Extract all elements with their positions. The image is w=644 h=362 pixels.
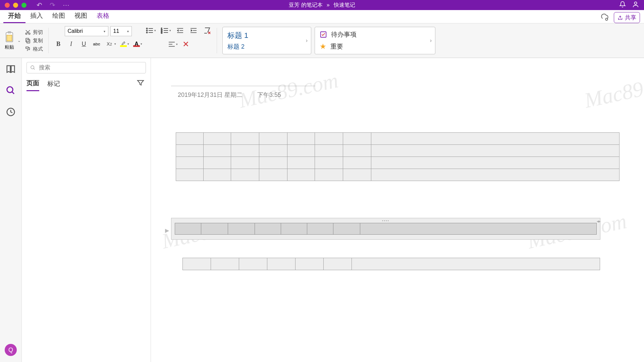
table-row xyxy=(175,223,597,235)
paste-dropdown[interactable]: ⌄ xyxy=(16,37,22,44)
svg-line-35 xyxy=(34,68,35,69)
decrease-indent-button[interactable] xyxy=(176,26,184,35)
page-title-input[interactable] xyxy=(171,75,315,86)
tab-table[interactable]: 表格 xyxy=(92,9,114,23)
clear-formatting-button[interactable] xyxy=(203,26,211,35)
table-row xyxy=(176,145,620,157)
share-button[interactable]: 共享 xyxy=(614,12,640,23)
nav-tab-pages[interactable]: 页面 xyxy=(26,79,39,91)
menu-tabs: 开始 插入 绘图 视图 表格 共享 xyxy=(0,10,644,23)
page-time: 下午3:55 xyxy=(257,91,281,99)
svg-rect-4 xyxy=(7,35,12,41)
highlight-color-button[interactable]: ▾ xyxy=(120,41,129,47)
selected-note-container[interactable]: •••• ◂▸ xyxy=(171,218,600,240)
svg-line-32 xyxy=(12,92,14,94)
more-quick-access-button[interactable]: ⋯ xyxy=(63,1,69,9)
svg-rect-3 xyxy=(8,31,11,33)
svg-point-0 xyxy=(634,2,637,4)
tab-view[interactable]: 视图 xyxy=(70,9,92,23)
close-window-button[interactable] xyxy=(5,3,10,8)
recent-icon[interactable] xyxy=(6,107,16,117)
redo-button[interactable]: ↷ xyxy=(50,1,55,9)
table-3[interactable] xyxy=(182,258,600,270)
notebooks-icon[interactable] xyxy=(6,64,16,74)
bullet-list-button[interactable]: ▾ xyxy=(146,27,156,34)
table-row xyxy=(183,258,600,270)
avatar[interactable]: Q xyxy=(5,344,17,356)
minimize-window-button[interactable] xyxy=(13,3,18,8)
paragraph-group: ▾ 123▾ ▾ ✕ xyxy=(146,26,211,55)
quick-access-toolbar: ↶ ↷ ⋯ xyxy=(37,1,69,9)
cut-button[interactable]: 剪切 xyxy=(25,29,43,36)
notebook-name[interactable]: 亚芳 的笔记本 xyxy=(289,2,322,9)
filter-icon[interactable] xyxy=(137,79,145,88)
tab-home[interactable]: 开始 xyxy=(3,9,25,23)
table-row xyxy=(176,133,620,145)
drag-handle-icon[interactable]: •••• xyxy=(382,219,389,223)
tab-draw[interactable]: 绘图 xyxy=(48,9,70,23)
svg-point-1 xyxy=(605,18,608,20)
sync-status-icon[interactable] xyxy=(600,13,609,23)
tags-expand-icon[interactable]: › xyxy=(430,38,432,44)
style-heading1[interactable]: 标题 1 xyxy=(227,31,306,41)
strikethrough-button[interactable]: abc xyxy=(92,40,101,48)
style-heading2[interactable]: 标题 2 xyxy=(227,43,306,51)
svg-point-9 xyxy=(147,28,148,29)
styles-gallery[interactable]: 标题 1 标题 2 › xyxy=(222,27,311,54)
subscript-button[interactable]: X2▾ xyxy=(105,40,116,48)
navigation-panel: 页面 标记 xyxy=(22,58,151,362)
window-controls xyxy=(0,3,26,8)
table-1[interactable] xyxy=(176,132,620,181)
font-group: Calibri▾ 11▾ B I U abc X2▾ ▾ A▾ xyxy=(54,26,142,55)
maximize-window-button[interactable] xyxy=(21,3,26,8)
section-name[interactable]: 快速笔记 xyxy=(334,2,355,9)
delete-button[interactable]: ✕ xyxy=(182,40,189,49)
numbered-list-button[interactable]: 123▾ xyxy=(161,27,171,34)
svg-point-34 xyxy=(31,66,34,69)
watermark: Mac89.com xyxy=(582,68,644,113)
svg-point-31 xyxy=(7,87,13,93)
breadcrumb-separator: » xyxy=(327,2,330,8)
svg-point-13 xyxy=(147,32,148,33)
font-family-select[interactable]: Calibri▾ xyxy=(65,26,108,36)
copy-button[interactable]: 复制 xyxy=(25,38,43,44)
resize-handle-icon[interactable]: ◂▸ xyxy=(597,219,601,224)
notifications-icon[interactable] xyxy=(619,1,626,9)
tab-insert[interactable]: 插入 xyxy=(25,9,48,23)
tag-important[interactable]: ★ 重要 xyxy=(320,42,430,51)
table-2[interactable] xyxy=(175,223,597,235)
separator xyxy=(217,28,217,53)
italic-button[interactable]: I xyxy=(67,40,75,48)
undo-button[interactable]: ↶ xyxy=(37,1,42,9)
note-container-anchor-icon[interactable]: ▶ xyxy=(165,227,169,234)
page-canvas[interactable]: Mac89.com Mac89.com Mac89.com Mac89.com … xyxy=(151,58,644,362)
tags-gallery[interactable]: 待办事项 ★ 重要 › xyxy=(315,27,435,54)
share-label: 共享 xyxy=(625,14,636,21)
search-icon[interactable] xyxy=(6,85,16,96)
paste-label: 粘贴 xyxy=(5,44,14,50)
breadcrumb[interactable]: 亚芳 的笔记本 » 快速笔记 xyxy=(289,2,355,9)
font-color-button[interactable]: A▾ xyxy=(133,41,142,47)
increase-indent-button[interactable] xyxy=(189,26,198,35)
star-icon: ★ xyxy=(320,42,326,51)
underline-button[interactable]: U xyxy=(79,40,88,48)
svg-text:3: 3 xyxy=(161,32,162,34)
svg-rect-8 xyxy=(26,38,29,42)
svg-rect-7 xyxy=(27,40,30,43)
bold-button[interactable]: B xyxy=(54,40,63,48)
search-box[interactable] xyxy=(26,62,146,73)
clipboard-group: 粘贴 ⌄ 剪切 复制 格式 xyxy=(4,26,43,55)
align-button[interactable]: ▾ xyxy=(168,41,178,47)
table-row xyxy=(176,157,620,169)
styles-expand-icon[interactable]: › xyxy=(306,38,308,44)
nav-tab-tags[interactable]: 标记 xyxy=(47,79,60,91)
left-rail: Q xyxy=(0,58,22,362)
search-input[interactable] xyxy=(39,64,142,71)
ribbon: 粘贴 ⌄ 剪切 复制 格式 Calibri▾ 11▾ xyxy=(0,23,644,58)
account-icon[interactable] xyxy=(632,1,639,10)
tag-todo[interactable]: 待办事项 xyxy=(320,30,430,39)
format-painter-button[interactable]: 格式 xyxy=(25,46,43,52)
font-size-select[interactable]: 11▾ xyxy=(110,26,132,36)
paste-button[interactable]: 粘贴 xyxy=(4,31,15,50)
table-row xyxy=(176,169,620,181)
